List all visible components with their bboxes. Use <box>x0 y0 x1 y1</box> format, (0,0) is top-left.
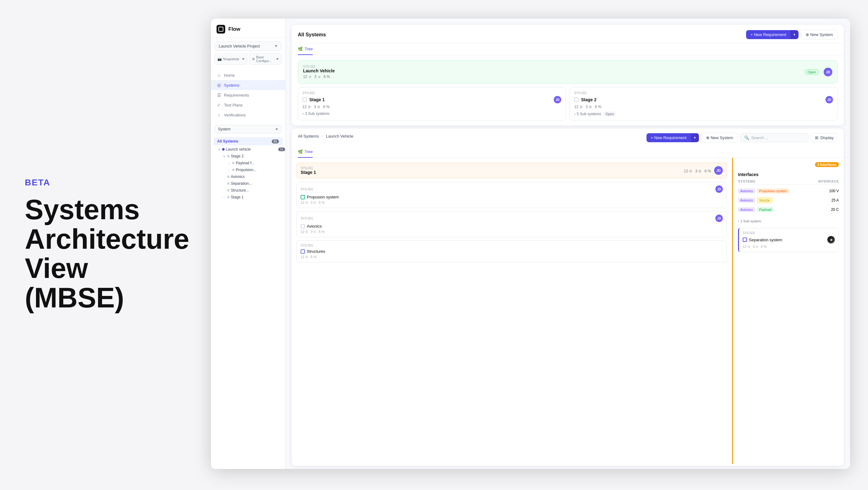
stage1-sub-expand[interactable]: › 3 Sub systems <box>303 112 561 116</box>
snapshots-button[interactable]: 📷 Snapshots <box>215 53 247 65</box>
header-actions: + New Requirement ▾ ⊕ New System <box>746 30 838 39</box>
stage1-card[interactable]: SYS-001 Stage 1 JD 12 ⊙3 ⊙6 % › 3 Sub sy… <box>298 87 566 120</box>
tree-item-avionics[interactable]: Avionics <box>211 173 285 180</box>
all-systems-panel-body: SYS-001 Launch Vehicle 12 ⊙ 3 ⊙ 6 % Open… <box>291 55 844 125</box>
launch-vehicle-status: Open <box>805 69 819 75</box>
lv-new-system-button[interactable]: ⊕ New System <box>702 133 738 143</box>
launch-vehicle-card[interactable]: SYS-001 Launch Vehicle 12 ⊙ 3 ⊙ 6 % Open… <box>298 60 838 84</box>
interface-row: Avionics Propulsion system 100 V <box>738 186 839 196</box>
tag-nozzle: Nozzle <box>757 198 772 203</box>
tag-avionics-3: Avionics <box>738 207 755 212</box>
display-button[interactable]: ⊞ Display <box>811 133 838 142</box>
project-selector[interactable]: Launch Vehicle Project <box>215 41 281 51</box>
stage2-card[interactable]: SYS-001 Stage 2 JD 12 ⊙3 ⊙6 % › 5 Sub sy… <box>569 87 838 120</box>
tree-item-stage1[interactable]: › Stage 1 <box>211 194 285 201</box>
tree-item-payload[interactable]: › Payload f... <box>211 160 285 167</box>
all-systems-panel-header: All Systems + New Requirement ▾ ⊕ New Sy… <box>291 25 844 44</box>
sidebar-item-requirements[interactable]: ☰ Requirements <box>211 90 285 100</box>
component-cards: SYS-001 JD Propusion system 12 ⊙3 ⊙6 % <box>297 182 727 262</box>
sidebar-item-testplans[interactable]: ✓ Test Plans <box>211 100 285 110</box>
all-systems-title: All Systems <box>298 32 326 37</box>
lv-new-requirement-btn: + New Requirement ▾ <box>647 133 699 142</box>
launch-vehicle-meta: 12 ⊙ 3 ⊙ 6 % <box>303 75 800 79</box>
tree-dot <box>232 162 235 164</box>
systems-icon: ◎ <box>217 83 221 88</box>
structures-header: SYS-001 <box>301 244 723 247</box>
avionics-card[interactable]: SYS-001 JD Avionics 12 ⊙3 ⊙6 % <box>297 211 727 237</box>
avatar: JD <box>824 68 832 77</box>
stage1-info: SYS-001 Stage 1 <box>301 167 316 175</box>
interfaces-title: Interfaces <box>738 172 839 177</box>
separation-system-card[interactable]: SYS-001 Separation system ★ 12 ⊙3 ⊙6 % <box>738 228 839 252</box>
chevron-down-icon <box>275 45 277 47</box>
tree-item-structures[interactable]: Structure... <box>211 187 285 194</box>
expand-icon: › <box>227 168 231 172</box>
stage2-meta: 12 ⊙3 ⊙6 % <box>574 105 833 109</box>
stage2-sub-expand[interactable]: › 5 Sub systems Open <box>574 112 833 116</box>
avionics-checkbox <box>301 224 305 229</box>
tree-dot <box>227 182 229 185</box>
interface-value: 20 C <box>820 207 839 212</box>
expand-icon: ▾ <box>217 147 221 151</box>
tree-section: All Systems 51 ▾ Launch vehicle 51 ▾ Sta… <box>211 136 285 469</box>
panel-tabs: 🌿 Tree <box>291 44 844 55</box>
sub-expand-row[interactable]: › 1 Sub system <box>738 218 839 224</box>
beta-label: BETA <box>25 178 223 188</box>
tree-item-launch-vehicle[interactable]: ▾ Launch vehicle 51 <box>211 146 285 153</box>
tag-avionics-2: Avionics <box>738 198 755 203</box>
tree-dot <box>222 148 225 151</box>
lv-header-right: + New Requirement ▾ ⊕ New System 🔍 Searc… <box>647 133 838 143</box>
new-requirement-button[interactable]: + New Requirement <box>746 30 790 39</box>
interface-value: 25 A <box>820 198 839 202</box>
structures-card[interactable]: SYS-001 Structures 12 ⊙6 % <box>297 240 727 262</box>
tree-dot <box>227 175 229 178</box>
lv-header-left: All Systems / Launch Vehicle <box>298 134 353 142</box>
sidebar-item-home[interactable]: ⌂ Home <box>211 70 285 80</box>
tree-icon: 🌿 <box>298 149 303 154</box>
system-dropdown[interactable]: System <box>215 125 281 134</box>
launch-vehicle-info: SYS-001 Launch Vehicle 12 ⊙ 3 ⊙ 6 % <box>303 65 800 79</box>
interface-row: Avionics Payload 20 C <box>738 205 839 214</box>
expand-icon: ▾ <box>222 154 226 158</box>
structures-checkbox <box>301 249 305 254</box>
propulsion-header: SYS-001 JD <box>301 185 723 193</box>
tree-dot <box>227 155 229 157</box>
tag-propulsion: Propulsion system <box>757 189 789 194</box>
lv-panel-tabs: 🌿 Tree <box>298 146 838 158</box>
snapshot-icon: 📷 <box>217 57 222 61</box>
new-system-button[interactable]: ⊕ New System <box>801 30 838 39</box>
lv-header-row: All Systems / Launch Vehicle + New Requi… <box>298 133 838 146</box>
sidebar-item-verifications[interactable]: › Verifications <box>211 110 285 120</box>
propulsion-checkbox <box>301 195 305 199</box>
tree-all-systems-header[interactable]: All Systems 51 <box>213 137 283 145</box>
search-input-wrap[interactable]: 🔍 Search ... <box>740 133 808 142</box>
config-icon: ⚙ <box>252 57 255 61</box>
propulsion-card[interactable]: SYS-001 JD Propusion system 12 ⊙3 ⊙6 % <box>297 182 727 208</box>
interface-row: Avionics Nozzle 25 A <box>738 196 839 205</box>
stage1-avatar: JD <box>714 166 723 175</box>
stage2-avatar: JD <box>826 96 833 104</box>
new-requirement-caret-button[interactable]: ▾ <box>790 30 799 39</box>
lv-new-requirement-button[interactable]: + New Requirement <box>647 133 691 142</box>
tree-item-separation[interactable]: Separation... <box>211 180 285 187</box>
tree-item-stage2[interactable]: ▾ Stage 2 <box>211 153 285 160</box>
search-icon: 🔍 <box>744 135 749 140</box>
avionics-meta: 12 ⊙3 ⊙6 % <box>301 230 723 234</box>
propulsion-avatar: JD <box>715 185 723 193</box>
tree-item-propulsion[interactable]: › Propulsion... <box>211 167 285 173</box>
system-chevron <box>276 128 278 130</box>
stage2-checkbox <box>574 97 579 102</box>
sidebar-brand: Flow <box>228 26 241 32</box>
hero-title: Systems Architecture View (MBSE) <box>25 195 223 312</box>
base-config-button[interactable]: ⚙ Base Configur... <box>249 53 282 65</box>
lv-new-requirement-caret[interactable]: ▾ <box>691 133 699 142</box>
interfaces-panel: 3 Interfaces Interfaces Systems Interfac… <box>732 158 844 464</box>
grid-icon: ⊞ <box>815 135 818 140</box>
tag-payload: Payload <box>757 207 774 212</box>
lv-tab-tree[interactable]: 🌿 Tree <box>298 146 313 158</box>
stage1-panel: SYS-001 Stage 1 12 ⊙3 ⊙6 % JD <box>291 158 732 464</box>
sidebar-item-systems[interactable]: ◎ Systems <box>211 80 285 90</box>
tab-tree[interactable]: 🌿 Tree <box>298 44 313 55</box>
flow-logo-icon <box>218 27 223 32</box>
tree-dot <box>232 169 235 171</box>
